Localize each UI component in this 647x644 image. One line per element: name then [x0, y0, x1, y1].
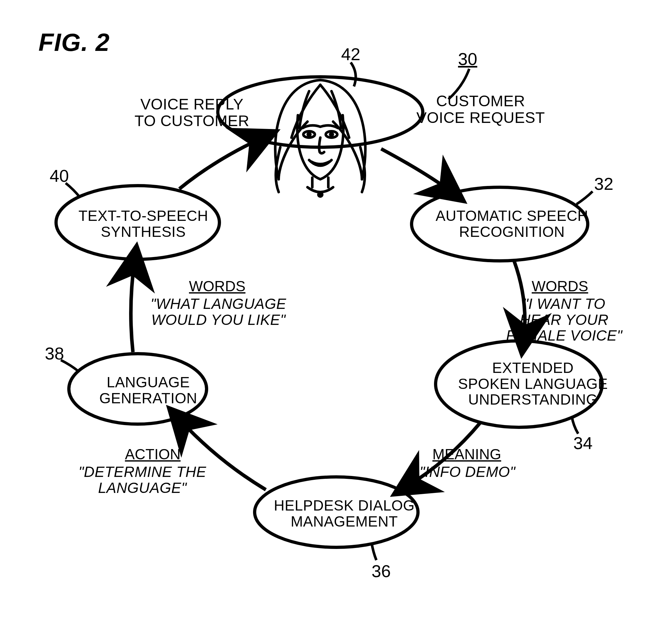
svg-point-2: [308, 133, 310, 136]
leader-34: [572, 416, 578, 434]
node-tts-text: TEXT-TO-SPEECH SYNTHESIS: [78, 208, 208, 240]
ref-42: 42: [341, 45, 360, 63]
figure-label: FIG. 2: [39, 29, 110, 56]
arrow-lg-to-tts: [131, 261, 135, 352]
label-action-head: ACTION: [125, 447, 181, 463]
svg-point-4: [318, 193, 322, 196]
label-voice-reply: VOICE REPLY TO CUSTOMER: [135, 96, 249, 129]
ref-figure-30: 30: [458, 50, 477, 68]
node-lg-text: LANGUAGE GENERATION: [99, 375, 197, 406]
leader-32: [577, 191, 592, 204]
label-action-body: "DETERMINE THE LANGUAGE": [78, 464, 206, 496]
label-words-right-head: WORDS: [532, 278, 588, 295]
node-slu-text: EXTENDED SPOKEN LANGUAGE UNDERSTANDING: [458, 360, 608, 408]
label-words-right-body: "I WANT TO HEAR YOUR FEMALE VOICE": [506, 296, 622, 344]
label-meaning-head: MEANING: [432, 447, 501, 463]
diagram-stage: FIG. 2 30 42 32 34 36 38 40 VOICE REPLY …: [0, 0, 647, 644]
arrow-tts-to-customer: [179, 138, 263, 189]
ref-40: 40: [50, 166, 69, 185]
ref-38: 38: [45, 344, 64, 363]
ref-36: 36: [371, 562, 391, 580]
leader-42: [351, 62, 356, 86]
arrow-customer-to-asr: [381, 149, 452, 192]
leader-36: [371, 543, 376, 560]
label-words-left-body: "WHAT LANGUAGE WOULD YOU LIKE": [151, 296, 286, 328]
node-asr-text: AUTOMATIC SPEECH RECOGNITION: [436, 208, 588, 240]
node-dm-text: HELPDESK DIALOG MANAGEMENT: [274, 498, 415, 530]
ref-32: 32: [594, 174, 614, 193]
label-words-left-head: WORDS: [189, 278, 245, 295]
label-meaning-body: "INFO DEMO": [420, 464, 515, 480]
ref-34: 34: [573, 434, 592, 452]
svg-point-3: [330, 133, 333, 136]
customer-face: [275, 80, 365, 196]
label-customer-request: CUSTOMER VOICE REQUEST: [416, 93, 545, 126]
